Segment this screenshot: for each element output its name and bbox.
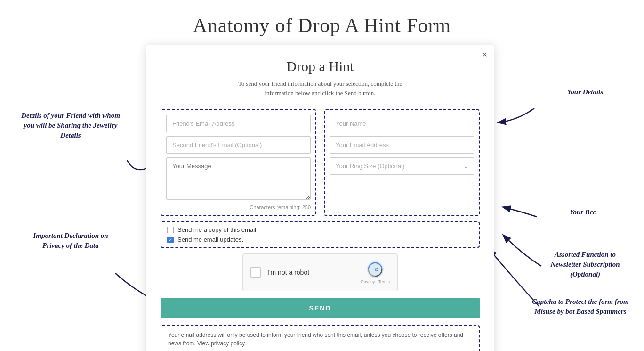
privacy-notice: Your email address will only be used to …	[161, 325, 480, 351]
friend-details-section: Characters remaining: 250	[161, 109, 316, 216]
form-columns: Characters remaining: 250 Your Ring Size…	[161, 109, 480, 216]
annotation-privacy: Important Declaration on Privacy of the …	[24, 231, 118, 251]
modal-title: Drop a Hint	[165, 58, 475, 74]
annotation-bcc: Your Bcc	[555, 207, 611, 217]
your-name-input[interactable]	[330, 115, 474, 132]
email-updates-label: Send me email updates.	[177, 236, 243, 243]
ring-size-wrapper: Your Ring Size (Optional) ⌄	[330, 157, 474, 175]
chars-remaining-label: Characters remaining: 250	[166, 204, 311, 210]
your-details-section: Your Ring Size (Optional) ⌄	[324, 109, 480, 216]
drop-hint-modal: × Drop a Hint To send your friend inform…	[146, 45, 494, 351]
ring-size-select[interactable]: Your Ring Size (Optional)	[330, 157, 474, 175]
privacy-policy-link[interactable]: View privacy policy	[197, 340, 244, 347]
modal-close-button[interactable]: ×	[482, 50, 487, 60]
annotation-assorted-function: Assorted Function to Newsletter Subscrip…	[540, 250, 630, 279]
recaptcha-icon: ♻	[366, 261, 384, 278]
modal-body: Characters remaining: 250 Your Ring Size…	[146, 102, 494, 351]
copy-email-label: Send me a copy of this email	[177, 226, 256, 233]
recaptcha-checkbox[interactable]	[250, 267, 261, 278]
email-updates-checkbox[interactable]	[167, 237, 174, 243]
annotation-your-details: Your Details	[550, 87, 620, 97]
modal-header: Drop a Hint To send your friend informat…	[146, 45, 494, 102]
recaptcha-privacy-text: Privacy · Terms	[361, 279, 390, 284]
copy-email-row: Send me a copy of this email	[167, 226, 473, 233]
email-updates-row: Send me email updates.	[167, 236, 473, 243]
recaptcha-label: I'm not a robot	[267, 269, 309, 276]
svg-text:♻: ♻	[374, 267, 379, 272]
friend-email-input[interactable]	[166, 115, 311, 132]
friend-email2-input[interactable]	[166, 136, 311, 154]
recaptcha-widget: I'm not a robot ♻ Privacy · Terms	[242, 253, 398, 291]
checkboxes-section: Send me a copy of this email Send me ema…	[161, 221, 480, 248]
annotation-friend-details: Details of your Friend with whom you wil…	[19, 111, 122, 140]
annotation-captcha: Captcha to Protect the form from Misuse …	[531, 297, 630, 317]
modal-subtitle: To send your friend information about yo…	[165, 79, 475, 98]
recaptcha-logo: ♻ Privacy · Terms	[361, 261, 390, 284]
page-title: Anatomy of Drop A Hint Form	[0, 0, 644, 37]
send-button[interactable]: SEND	[161, 298, 480, 318]
recaptcha-left: I'm not a robot	[250, 267, 309, 278]
copy-email-checkbox[interactable]	[167, 227, 174, 233]
your-email-input[interactable]	[330, 136, 474, 154]
message-textarea[interactable]	[166, 157, 311, 200]
